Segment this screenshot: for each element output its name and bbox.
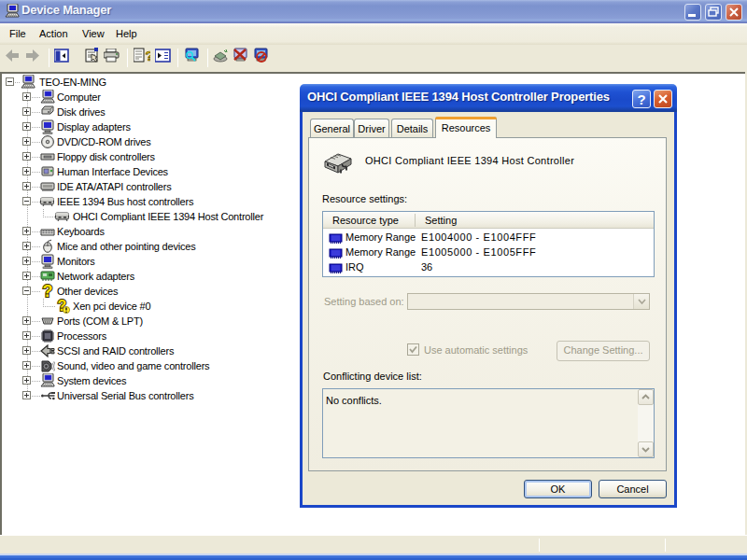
svg-text:?: ? [146, 48, 151, 63]
